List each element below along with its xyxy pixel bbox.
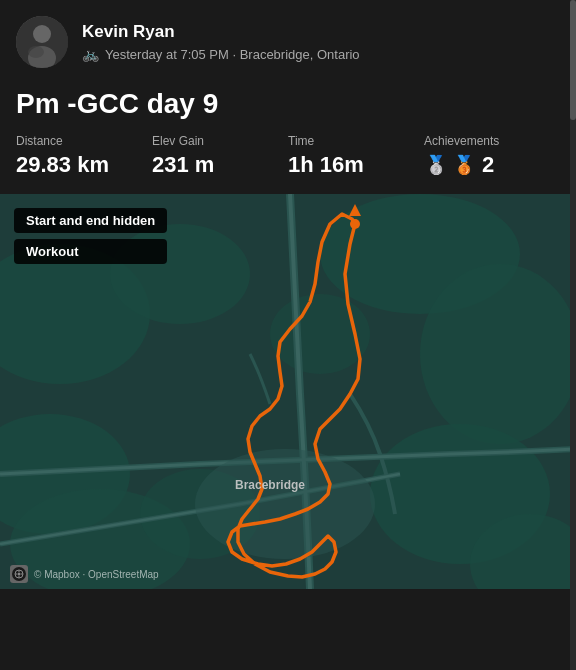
activity-details: Pm -GCC day 9 Distance 29.83 km Elev Gai…: [0, 80, 576, 194]
stat-elev-gain: Elev Gain 231 m: [152, 134, 288, 178]
workout-badge: Workout: [14, 239, 167, 264]
map-badges: Start and end hidden Workout: [14, 208, 167, 264]
svg-point-15: [195, 449, 375, 559]
time-label: Time: [288, 134, 424, 148]
achievements-icons-row: 🥈 🥉 2: [424, 152, 494, 178]
svg-point-16: [350, 219, 360, 229]
stat-achievements: Achievements 🥈 🥉 2: [424, 134, 560, 178]
medal-silver-icon: 🥈: [424, 153, 448, 177]
svg-point-21: [18, 573, 21, 576]
map-section[interactable]: Bracebridge Start and end hidden Workout…: [0, 194, 576, 589]
svg-point-8: [420, 264, 576, 444]
scrollbar-thumb[interactable]: [570, 0, 576, 120]
scrollbar-track[interactable]: [570, 0, 576, 670]
stat-time: Time 1h 16m: [288, 134, 424, 178]
distance-label: Distance: [16, 134, 152, 148]
attribution-text: © Mapbox · OpenStreetMap: [34, 569, 159, 580]
achievements-label: Achievements: [424, 134, 499, 148]
time-value: 1h 16m: [288, 152, 424, 178]
achievement-count: 2: [482, 152, 494, 178]
activity-title[interactable]: Pm -GCC day 9: [16, 88, 560, 120]
user-info-block: Kevin Ryan 🚲 Yesterday at 7:05 PM · Brac…: [82, 22, 360, 62]
user-meta-text: Yesterday at 7:05 PM · Bracebridge, Onta…: [105, 47, 360, 62]
svg-point-3: [28, 46, 44, 58]
elev-gain-label: Elev Gain: [152, 134, 288, 148]
distance-value: 29.83 km: [16, 152, 152, 178]
medal-bronze-icon: 🥉: [452, 153, 476, 177]
svg-point-1: [33, 25, 51, 43]
stats-row: Distance 29.83 km Elev Gain 231 m Time 1…: [16, 134, 560, 178]
svg-text:Bracebridge: Bracebridge: [235, 478, 305, 492]
stat-distance: Distance 29.83 km: [16, 134, 152, 178]
user-meta-row: 🚲 Yesterday at 7:05 PM · Bracebridge, On…: [82, 46, 360, 62]
activity-header: Kevin Ryan 🚲 Yesterday at 7:05 PM · Brac…: [0, 0, 576, 80]
map-attribution: © Mapbox · OpenStreetMap: [10, 565, 159, 583]
bike-icon: 🚲: [82, 46, 99, 62]
mapbox-logo-icon: [10, 565, 28, 583]
elev-gain-value: 231 m: [152, 152, 288, 178]
start-end-hidden-badge: Start and end hidden: [14, 208, 167, 233]
user-avatar[interactable]: [16, 16, 68, 68]
user-name[interactable]: Kevin Ryan: [82, 22, 360, 42]
